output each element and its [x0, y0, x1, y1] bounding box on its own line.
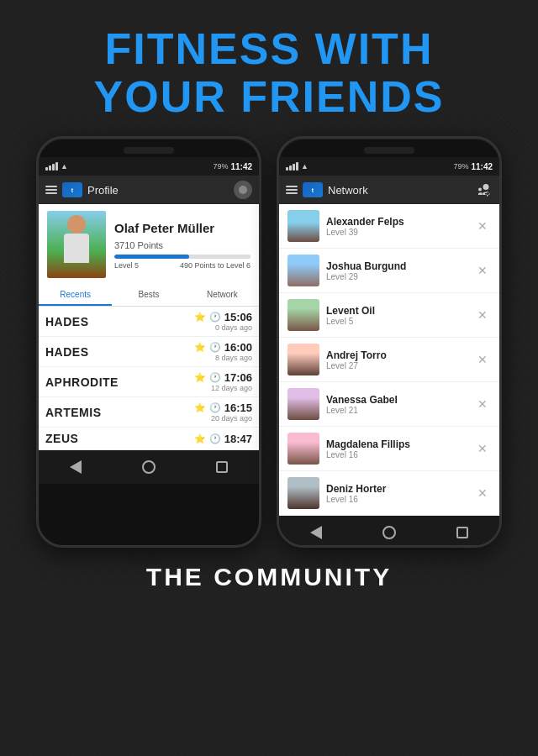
profile-level: Level 5 [114, 261, 139, 270]
remove-friend-1[interactable]: ✕ [474, 260, 491, 281]
person-head [67, 215, 86, 234]
clock-icon-1: 🕐 [209, 342, 221, 353]
friend-info-3: Andrej Torro Level 27 [326, 349, 467, 370]
friend-avatar-4 [287, 388, 319, 420]
friend-item-4: Vanessa Gabel Level 21 ✕ [279, 382, 499, 427]
workout-time-4: 18:47 [224, 433, 252, 445]
friend-level-3: Level 27 [326, 361, 467, 370]
app-logo-left: t [62, 182, 82, 197]
remove-friend-6[interactable]: ✕ [474, 483, 491, 503]
friend-item-2: Levent Oil Level 5 ✕ [279, 293, 499, 338]
profile-progress-bar [114, 255, 251, 259]
workout-time-2: 17:06 [224, 371, 252, 384]
menu-icon-left[interactable] [45, 186, 57, 194]
profile-screen-title: Profile [87, 184, 229, 197]
profile-name: Olaf Peter Müller [114, 220, 251, 237]
back-button-right[interactable] [303, 523, 329, 542]
workout-time-row-2: ⭐ 🕐 17:06 [194, 371, 252, 384]
home-button-left[interactable] [136, 458, 161, 476]
profile-photo-section: Olaf Peter Müller 3710 Points Level 5 49… [39, 204, 259, 285]
recent-button-right[interactable] [450, 523, 475, 542]
workout-name-1: HADES [45, 345, 189, 359]
star-icon-3: ⭐ [194, 402, 206, 413]
signal-bar-r3 [293, 164, 295, 171]
profile-avatar-icon[interactable] [234, 181, 252, 199]
workout-right-3: ⭐ 🕐 16:15 20 days ago [194, 402, 252, 423]
workout-list: HADES ⭐ 🕐 15:06 0 days ago HADES [39, 307, 259, 450]
friend-item-5: Magdalena Fillips Level 16 ✕ [279, 427, 499, 471]
friend-level-1: Level 29 [326, 272, 467, 281]
remove-friend-3[interactable]: ✕ [474, 349, 491, 370]
star-icon-4: ⭐ [194, 433, 206, 444]
clock-icon-2: 🕐 [209, 372, 221, 383]
profile-tabs: Recents Bests Network [39, 285, 259, 307]
remove-friend-0[interactable]: ✕ [474, 216, 491, 236]
workout-row-3: ARTEMIS ⭐ 🕐 16:15 20 days ago [39, 397, 259, 428]
friend-level-5: Level 16 [326, 450, 467, 459]
workout-time-row-4: ⭐ 🕐 18:47 [194, 433, 252, 445]
time-right: 11:42 [471, 162, 493, 171]
profile-level-row: Level 5 490 Points to Level 6 [114, 261, 251, 270]
hero-line2-blue: FRIENDS [240, 72, 444, 121]
workout-ago-1: 8 days ago [215, 354, 252, 362]
signal-bar-4 [55, 162, 58, 171]
profile-points: 3710 Points [114, 240, 251, 250]
clock-icon-3: 🕐 [209, 402, 221, 413]
workout-right-0: ⭐ 🕐 15:06 0 days ago [194, 311, 252, 332]
remove-friend-5[interactable]: ✕ [474, 438, 491, 459]
friend-avatar-3 [287, 344, 319, 375]
friend-name-2: Levent Oil [326, 305, 467, 317]
workout-time-row-3: ⭐ 🕐 16:15 [194, 402, 252, 414]
remove-friend-4[interactable]: ✕ [474, 394, 491, 414]
network-list: Alexander Felps Level 39 ✕ Joshua Burgun… [279, 204, 499, 516]
friend-info-1: Joshua Burgund Level 29 [326, 260, 467, 281]
workout-row-4: ZEUS ⭐ 🕐 18:47 [39, 428, 259, 450]
add-friend-icon[interactable] [474, 181, 493, 199]
signal-bar-r4 [296, 162, 298, 171]
friend-item-1: Joshua Burgund Level 29 ✕ [279, 249, 499, 293]
tab-recents[interactable]: Recents [39, 285, 112, 306]
tab-bests[interactable]: Bests [112, 285, 185, 306]
bottom-tagline: THE COMMUNITY [146, 563, 392, 591]
workout-time-row-1: ⭐ 🕐 16:00 [194, 341, 252, 354]
friend-info-4: Vanessa Gabel Level 21 [326, 394, 467, 415]
friend-name-5: Magdalena Fillips [326, 438, 467, 450]
profile-photo [47, 211, 106, 278]
status-right-left: 79% 11:42 [213, 162, 252, 171]
hero-line1: FITNESS WITH [94, 25, 445, 73]
friend-avatar-5 [287, 433, 319, 465]
friend-name-0: Alexander Felps [326, 216, 467, 228]
top-bar-network: t Network [279, 176, 499, 204]
workout-name-0: HADES [45, 315, 189, 328]
friend-item-0: Alexander Felps Level 39 ✕ [279, 204, 499, 249]
home-button-right[interactable] [377, 523, 402, 542]
hero-line2-white: YOUR [94, 72, 241, 121]
phone-network: ▲ 79% 11:42 t Network [277, 136, 502, 548]
status-right-right: 79% 11:42 [453, 162, 493, 171]
menu-icon-right[interactable] [286, 186, 298, 194]
top-bar-profile: t Profile [39, 176, 259, 204]
remove-friend-2[interactable]: ✕ [474, 305, 491, 325]
hero-line1-blue: WITH [315, 24, 434, 73]
workout-time-0: 15:06 [224, 311, 252, 323]
signal-bar-3 [52, 164, 55, 171]
workout-ago-3: 20 days ago [211, 414, 252, 423]
friend-avatar-1 [287, 255, 319, 286]
workout-row-2: APHRODITE ⭐ 🕐 17:06 12 days ago [39, 367, 259, 397]
profile-info: Olaf Peter Müller 3710 Points Level 5 49… [114, 220, 251, 270]
status-left-icons-right: ▲ [286, 162, 309, 171]
friend-avatar-0 [287, 210, 319, 242]
recent-button-left[interactable] [209, 458, 235, 476]
workout-time-row-0: ⭐ 🕐 15:06 [194, 311, 252, 323]
wifi-icon-left: ▲ [61, 162, 68, 171]
workout-right-1: ⭐ 🕐 16:00 8 days ago [194, 341, 252, 362]
phones-row: ▲ 79% 11:42 t Profile [36, 136, 502, 548]
friend-level-4: Level 21 [326, 406, 467, 415]
workout-row-1: HADES ⭐ 🕐 16:00 8 days ago [39, 337, 259, 367]
back-triangle-left [70, 460, 82, 474]
back-button-left[interactable] [63, 458, 88, 476]
hero-title: FITNESS WITH YOUR FRIENDS [94, 25, 445, 121]
friend-info-0: Alexander Felps Level 39 [326, 216, 467, 237]
tab-network[interactable]: Network [186, 285, 259, 306]
back-triangle-right [310, 526, 322, 539]
